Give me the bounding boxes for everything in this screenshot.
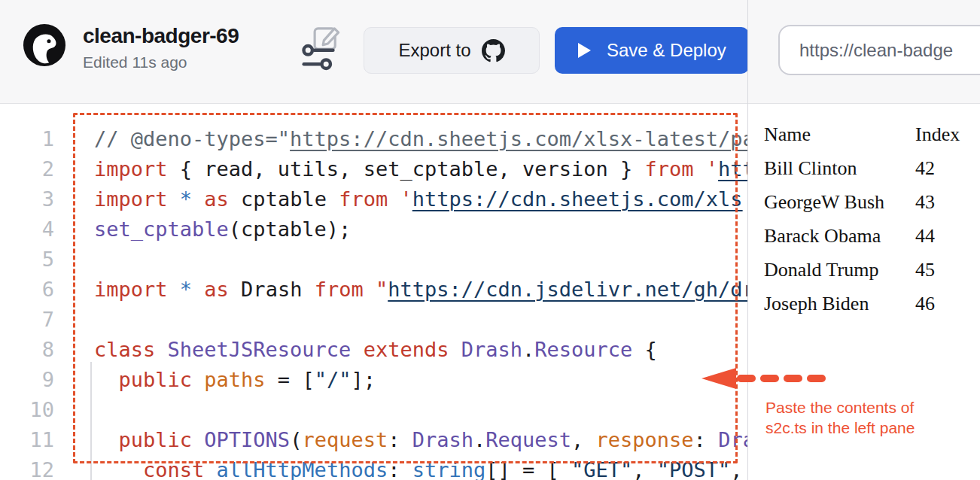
export-to-github-button[interactable]: Export to [364,27,540,74]
annotation-text: Paste the contents of s2c.ts in the left… [765,397,915,438]
code-line[interactable]: 6import * as Drash from "https://cdn.jsd… [0,274,747,304]
code-line[interactable]: 10 [0,394,747,424]
line-number: 10 [0,398,54,421]
github-mark-icon [482,39,505,62]
table-cell: 46 [915,293,935,315]
playground-window: clean-badger-69 Edited 11s ago Export to… [0,0,980,480]
preview-table: NameIndexBill Clinton42GeorgeW Bush43Bar… [764,117,960,321]
line-number: 9 [0,368,54,391]
code-line[interactable]: 7 [0,304,747,334]
code-line[interactable]: 8class SheetJSResource extends Drash.Res… [0,334,747,364]
table-cell: Donald Trump [764,259,915,281]
table-header-row: NameIndex [764,117,960,151]
deno-logo-icon[interactable] [23,23,66,67]
save-button-label: Save & Deploy [607,40,726,61]
code-line[interactable]: 11 public OPTIONS(request: Drash.Request… [0,424,747,454]
code-line[interactable]: 12 const allHttpMethods: string[] = [ "G… [0,454,747,480]
line-number: 6 [0,278,54,301]
code-text: const allHttpMethods: string[] = [ "GET"… [94,458,743,480]
code-lines: 1// @deno-types="https://cdn.sheetjs.com… [0,123,747,480]
code-text: // @deno-types="https://cdn.sheetjs.com/… [94,127,747,150]
code-line[interactable]: 2import { read, utils, set_cptable, vers… [0,153,747,184]
project-title: clean-badger-69 [83,24,239,48]
table-cell: 42 [915,157,935,180]
line-number: 3 [0,187,54,211]
code-line[interactable]: 3import * as cptable from 'https://cdn.s… [0,184,747,214]
table-cell: Barack Obama [764,225,915,248]
code-line[interactable]: 9 public paths = ["/"]; [0,364,747,394]
line-number: 1 [0,127,54,150]
line-number: 7 [0,308,54,331]
play-triangle-icon [577,42,592,59]
table-cell: Name [764,123,915,146]
code-editor[interactable]: 1// @deno-types="https://cdn.sheetjs.com… [0,105,747,480]
preview-url-input[interactable] [778,25,980,75]
code-line[interactable]: 4set_cptable(cptable); [0,214,747,244]
code-line[interactable]: 1// @deno-types="https://cdn.sheetjs.com… [0,123,747,153]
table-cell: Joseph Biden [764,293,915,315]
code-text: public OPTIONS(request: Drash.Request, r… [94,428,747,451]
line-number: 12 [0,458,54,480]
table-cell: Bill Clinton [764,157,915,180]
sliders-tune-icon[interactable] [301,42,337,72]
code-text: import { read, utils, set_cptable, versi… [94,157,747,181]
code-text: set_cptable(cptable); [94,217,351,241]
line-number: 4 [0,217,54,241]
line-number: 5 [0,248,54,271]
line-number: 2 [0,157,54,181]
edited-timestamp: Edited 11s ago [83,53,187,71]
code-text: class SheetJSResource extends Drash.Reso… [94,338,657,361]
annotation-text-line2: s2c.ts in the left pane [765,418,915,438]
table-cell: 45 [915,259,935,281]
table-row: GeorgeW Bush43 [764,185,960,219]
table-row: Joseph Biden46 [764,287,960,321]
preview-pane: NameIndexBill Clinton42GeorgeW Bush43Bar… [747,0,980,480]
table-cell: GeorgeW Bush [764,191,915,214]
table-cell: 43 [915,191,935,214]
line-number: 11 [0,428,54,451]
table-row: Bill Clinton42 [764,151,960,185]
annotation-text-line1: Paste the contents of [765,397,915,418]
table-row: Donald Trump45 [764,253,960,287]
code-text: public paths = ["/"]; [94,368,376,391]
code-text: import * as cptable from 'https://cdn.sh… [94,187,743,211]
save-deploy-button[interactable]: Save & Deploy [555,27,749,74]
table-cell: 44 [915,225,935,248]
code-line[interactable]: 5 [0,244,747,274]
table-row: Barack Obama44 [764,219,960,253]
table-cell: Index [915,123,960,146]
code-text: import * as Drash from "https://cdn.jsde… [94,278,747,301]
line-number: 8 [0,338,54,361]
preview-header [748,0,980,104]
export-button-label: Export to [398,40,470,61]
